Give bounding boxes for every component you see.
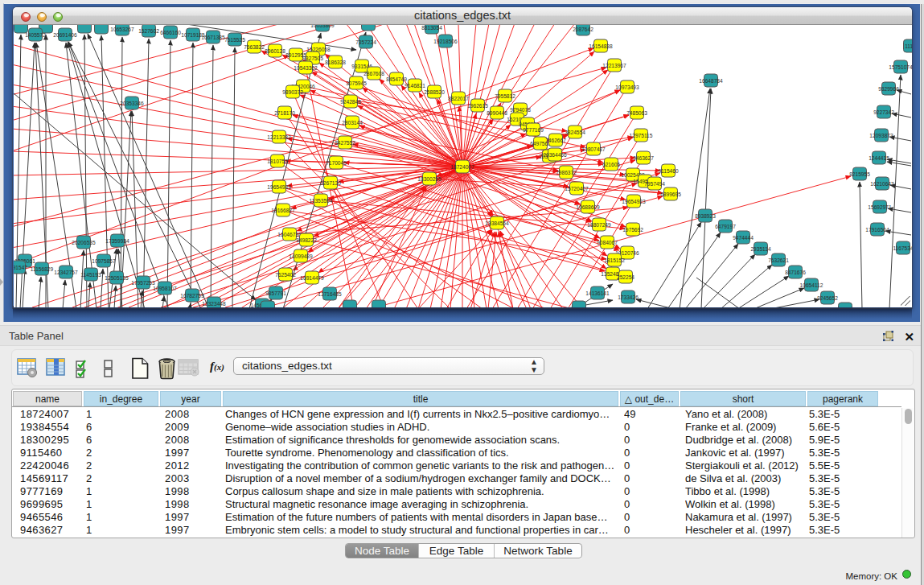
svg-text:7632621: 7632621	[768, 257, 789, 263]
svg-text:7955812: 7955812	[495, 93, 515, 99]
svg-text:10543362: 10543362	[294, 65, 318, 71]
svg-text:2087642: 2087642	[573, 27, 593, 32]
svg-text:9227342: 9227342	[873, 109, 894, 115]
svg-text:1810755: 1810755	[267, 159, 288, 164]
svg-text:17916504: 17916504	[865, 227, 889, 233]
svg-text:8498222: 8498222	[296, 237, 317, 243]
svg-text:14136141: 14136141	[585, 290, 610, 296]
svg-text:8960128: 8960128	[265, 48, 285, 54]
svg-text:8454749: 8454749	[386, 76, 407, 82]
svg-text:7625402: 7625402	[275, 272, 296, 278]
svg-text:16154838: 16154838	[589, 43, 613, 49]
svg-text:8938923: 8938923	[695, 213, 716, 219]
svg-text:12323448: 12323448	[202, 301, 226, 307]
svg-text:3824554: 3824554	[565, 130, 585, 135]
svg-text:621605: 621605	[602, 162, 620, 167]
svg-text:9245652: 9245652	[817, 295, 838, 301]
svg-text:1244415: 1244415	[869, 155, 889, 161]
svg-text:15720407: 15720407	[565, 186, 589, 192]
svg-text:10653267: 10653267	[110, 27, 134, 32]
svg-text:10688609: 10688609	[576, 204, 600, 210]
svg-text:19654923: 19654923	[622, 199, 646, 204]
svg-text:18724007: 18724007	[450, 164, 474, 170]
svg-text:10053809: 10053809	[310, 25, 335, 28]
svg-text:6479197: 6479197	[715, 224, 736, 229]
svg-text:9857791: 9857791	[265, 290, 286, 296]
svg-text:16648784: 16648784	[699, 78, 723, 84]
svg-text:17957253: 17957253	[131, 280, 155, 286]
svg-text:2718170: 2718170	[274, 110, 295, 116]
svg-text:11353594: 11353594	[310, 198, 333, 204]
svg-text:6899695: 6899695	[660, 192, 681, 197]
svg-text:7663822: 7663822	[244, 44, 265, 50]
svg-text:9115460: 9115460	[658, 168, 679, 174]
svg-text:20353346: 20353346	[120, 101, 144, 106]
svg-text:10975857: 10975857	[92, 258, 116, 264]
svg-text:1405572: 1405572	[25, 32, 46, 38]
svg-text:391547: 391547	[14, 265, 27, 270]
svg-text:7170045: 7170045	[326, 160, 347, 166]
svg-text:9474444: 9474444	[733, 235, 754, 241]
svg-text:7957494: 7957494	[644, 181, 665, 187]
svg-text:7485063: 7485063	[626, 110, 647, 116]
svg-text:9463627: 9463627	[633, 155, 654, 161]
svg-text:16046736: 16046736	[277, 232, 302, 237]
svg-text:2867608: 2867608	[363, 71, 384, 76]
svg-text:2803144: 2803144	[342, 120, 363, 126]
svg-text:10973493: 10973493	[615, 84, 639, 90]
svg-text:19654933: 19654933	[267, 184, 291, 190]
svg-text:1167534: 1167534	[893, 245, 912, 251]
svg-text:16914479: 16914479	[300, 275, 324, 281]
svg-text:12213967: 12213967	[602, 63, 626, 68]
svg-text:9146821: 9146821	[405, 83, 425, 89]
svg-text:7462667: 7462667	[545, 138, 566, 143]
svg-text:9794078: 9794078	[510, 107, 531, 113]
svg-text:9242848: 9242848	[340, 99, 361, 105]
svg-text:19166827: 19166827	[271, 208, 295, 213]
svg-text:16210643: 16210643	[870, 181, 894, 187]
svg-text:8990448: 8990448	[487, 110, 507, 116]
svg-text:15226058: 15226058	[306, 47, 331, 52]
svg-text:13716485: 13716485	[318, 291, 342, 297]
svg-text:16782759: 16782759	[180, 293, 204, 299]
svg-text:2588520: 2588520	[424, 89, 445, 95]
svg-text:9890372: 9890372	[282, 89, 303, 95]
svg-text:1117: 1117	[905, 43, 912, 49]
svg-text:12975115: 12975115	[630, 133, 653, 138]
svg-text:10654112: 10654112	[800, 282, 823, 288]
svg-text:20206535: 20206535	[72, 240, 96, 245]
svg-text:8186328: 8186328	[325, 60, 346, 65]
svg-text:1975692: 1975692	[622, 227, 643, 233]
svg-text:19218506: 19218506	[433, 39, 458, 44]
svg-text:8427552: 8427552	[335, 140, 355, 146]
svg-text:15692971: 15692971	[868, 204, 892, 210]
svg-text:9327505: 9327505	[302, 56, 323, 61]
svg-text:8813054: 8813054	[421, 25, 442, 31]
svg-text:16671385: 16671385	[201, 35, 225, 40]
svg-text:2935114: 2935114	[750, 246, 771, 252]
svg-text:6466160: 6466160	[160, 30, 181, 35]
svg-text:12342757: 12342757	[54, 270, 78, 275]
svg-text:1527602: 1527602	[138, 28, 159, 34]
svg-text:3267130: 3267130	[320, 180, 341, 186]
svg-text:7515525: 7515525	[224, 37, 245, 43]
svg-text:8215955: 8215955	[849, 171, 870, 177]
svg-text:18807249: 18807249	[587, 222, 611, 228]
svg-text:8822017: 8822017	[448, 96, 469, 101]
svg-text:15751074: 15751074	[889, 64, 912, 70]
svg-text:10958107: 10958107	[153, 286, 177, 291]
svg-text:12505135: 12505135	[105, 275, 129, 281]
svg-text:9777169: 9777169	[523, 127, 544, 133]
svg-text:19384554: 19384554	[485, 220, 509, 226]
svg-text:10807487: 10807487	[581, 146, 606, 152]
svg-text:12093873: 12093873	[869, 133, 893, 138]
svg-text:1815152: 1815152	[604, 257, 625, 263]
svg-text:17359934: 17359934	[105, 238, 129, 244]
svg-text:20364456: 20364456	[543, 152, 567, 158]
svg-text:20691406: 20691406	[53, 32, 77, 38]
svg-text:9084067: 9084067	[597, 240, 618, 245]
svg-text:1145193: 1145193	[80, 272, 101, 278]
svg-text:1962615: 1962615	[467, 103, 488, 109]
svg-text:7357224: 7357224	[355, 39, 376, 45]
svg-text:8471676: 8471676	[785, 270, 806, 275]
